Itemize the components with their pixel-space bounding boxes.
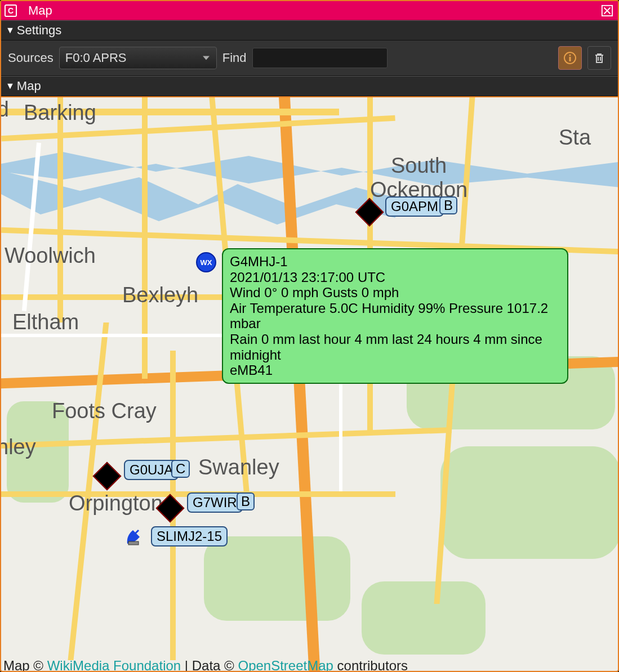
svg-rect-3 [569,57,571,61]
sources-dropdown[interactable]: F0:0 APRS [59,47,217,69]
settings-header[interactable]: ▼ Settings [1,20,618,41]
settings-panel: Sources F0:0 APRS Find [1,41,618,76]
tooltip-timestamp: 2021/01/13 23:17:00 UTC [230,270,560,285]
callsign-badge-g0apm[interactable]: G0APM [385,196,444,217]
svg-rect-4 [128,541,139,545]
attr-prefix: Map © [3,658,47,672]
station-marker-wx[interactable]: WX [196,252,216,272]
diamond-icon [156,494,185,523]
diamond-icon [355,198,384,227]
map-header-label: Map [17,79,41,93]
trash-icon [593,51,606,65]
triangle-down-icon: ▼ [6,25,15,35]
map-header[interactable]: ▼ Map [1,76,618,96]
svg-point-2 [569,55,571,56]
callsign-badge-slimj2[interactable]: SLIMJ2-15 [151,526,228,546]
ssid-badge-g7wir[interactable]: B [237,492,255,510]
tooltip-wind: Wind 0° 0 mph Gusts 0 mph [230,285,560,301]
app-icon: C [5,5,17,17]
triangle-down-icon: ▼ [6,81,15,91]
info-button[interactable] [558,46,582,70]
titlebar: C Map [1,1,618,20]
close-button[interactable] [600,3,614,18]
wikimedia-link[interactable]: WikiMedia Foundation [47,658,181,672]
map-canvas[interactable]: rd Barking Sta South Ockendon Woolwich B… [1,96,618,672]
satellite-dish-icon [125,527,144,546]
station-marker-g0uja[interactable] [97,466,117,486]
station-tooltip: G4MHJ-1 2021/01/13 23:17:00 UTC Wind 0° … [222,248,568,384]
diamond-icon [93,462,122,491]
ssid-badge-g0apm[interactable]: B [439,196,457,214]
ssid-badge-g0uja[interactable]: C [171,460,190,478]
station-marker-g7wir[interactable] [160,498,180,518]
find-input[interactable] [252,48,388,68]
tooltip-atmos: Air Temperature 5.0C Humidity 99% Pressu… [230,301,560,331]
sources-label: Sources [8,51,54,65]
callsign-badge-g0uja[interactable]: G0UJA [124,460,179,480]
tooltip-rain: Rain 0 mm last hour 4 mm last 24 hours 4… [230,331,560,362]
delete-button[interactable] [587,46,611,70]
map-attribution: Map © WikiMedia Foundation | Data © Open… [3,658,408,672]
callsign-badge-g7wir[interactable]: G7WIR [187,492,243,513]
find-label: Find [222,51,247,65]
wx-icon: WX [196,252,216,272]
settings-header-label: Settings [17,23,62,38]
close-icon [601,5,613,17]
station-marker-g0apm[interactable] [359,202,380,222]
station-marker-slimj2[interactable] [125,527,144,548]
osm-link[interactable]: OpenStreetMap [238,658,333,672]
map-background [1,97,618,672]
tooltip-extra: eMB41 [230,362,560,378]
attr-mid: | Data © [181,658,238,672]
tooltip-callsign: G4MHJ-1 [230,254,560,270]
info-icon [563,51,577,65]
attr-suffix: contributors [333,658,408,672]
window-title: Map [28,3,600,18]
